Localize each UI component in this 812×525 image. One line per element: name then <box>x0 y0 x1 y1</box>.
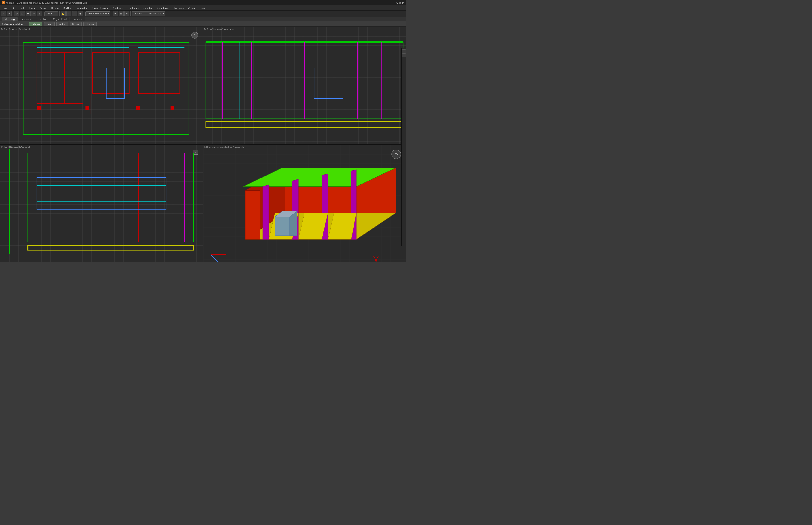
ribbon-tab-freeform[interactable]: Freeform <box>18 17 34 21</box>
main-layout: [+] [Top] [Standard] [Wireframe] T <box>0 27 406 262</box>
svg-rect-32 <box>28 153 194 242</box>
create-sel-chevron-icon: ▾ <box>108 12 109 15</box>
viewport-top-svg <box>0 27 203 145</box>
svg-rect-39 <box>28 245 194 250</box>
select-region-button[interactable]: ⬚ <box>20 11 25 16</box>
menu-group[interactable]: Group <box>27 6 38 10</box>
ribbon-tabs: Modeling Freeform Selection Object Paint… <box>0 17 406 21</box>
view-chevron-icon: ▾ <box>51 12 52 15</box>
ribbon-tab-selection[interactable]: Selection <box>34 17 50 21</box>
right-panel: + S <box>402 48 406 245</box>
ribbon-sep <box>26 22 27 26</box>
select-button[interactable]: ⊹ <box>14 11 19 16</box>
menu-file[interactable]: File <box>1 6 9 10</box>
view-dropdown[interactable]: View ▾ <box>45 11 58 16</box>
ribbon-vertex-btn[interactable]: Vertex <box>56 22 68 26</box>
view-label: View <box>46 12 51 15</box>
menu-tools[interactable]: Tools <box>18 6 27 10</box>
scale-button[interactable]: ⊡ <box>37 11 42 16</box>
menu-graph-editors[interactable]: Graph Editors <box>91 6 110 10</box>
menu-bar: File Edit Tools Group Views Create Modif… <box>0 5 406 11</box>
menu-edit[interactable]: Edit <box>9 6 17 10</box>
svg-rect-56 <box>275 217 290 236</box>
ribbon-border-btn[interactable]: Border <box>70 22 82 26</box>
create-sel-label: Create Selection Se <box>87 12 107 15</box>
toolbar: ↶ ↷ ⊹ ⬚ ✛ ↻ ⊡ View ▾ 📐 ∠ ▷ ◉ Create Sele… <box>0 11 406 17</box>
right-panel-btn-1[interactable]: + <box>402 49 406 53</box>
viewports-wrapper: [+] [Top] [Standard] [Wireframe] T <box>0 27 406 262</box>
viewport-top[interactable]: [+] [Top] [Standard] [Wireframe] T <box>0 27 203 145</box>
viewport-left[interactable]: [+] [Left] [Standard] [Wireframe] ◈ <box>0 145 203 262</box>
ribbon-edge-btn[interactable]: Edge <box>44 22 54 26</box>
svg-marker-48 <box>246 190 260 239</box>
svg-rect-29 <box>314 68 343 99</box>
toolbar-separator-5 <box>111 11 112 16</box>
svg-marker-49 <box>263 185 269 239</box>
title-text: t0s.max - Autodesk 3ds Max 2023 Educatio… <box>6 1 87 4</box>
undo-button[interactable]: ↶ <box>1 11 6 16</box>
svg-rect-3 <box>138 53 180 94</box>
ribbon-title: Polygon Modeling <box>2 22 24 25</box>
menu-create[interactable]: Create <box>49 6 60 10</box>
material-button[interactable]: ◉ <box>78 11 83 16</box>
angle-snap-button[interactable]: ∠ <box>66 11 72 16</box>
svg-rect-12 <box>136 106 140 110</box>
menu-customize[interactable]: Customize <box>126 6 141 10</box>
rotate-button[interactable]: ↻ <box>31 11 36 16</box>
menu-arnold[interactable]: Arnold <box>187 6 198 10</box>
title-bar: 3 t0s.max - Autodesk 3ds Max 2023 Educat… <box>0 0 406 5</box>
viewport-perspective[interactable]: [+] [Perspective] [Standard] [Default Sh… <box>203 145 406 262</box>
menu-help[interactable]: Help <box>198 6 207 10</box>
ribbon-content: Polygon Modeling Polygon Edge Vertex Bor… <box>0 21 406 27</box>
svg-rect-2 <box>92 53 129 94</box>
path-dropdown[interactable]: C:\Users\201...3ds Max 2023 ▾ <box>132 11 166 16</box>
svg-rect-30 <box>206 121 404 127</box>
sign-in-button[interactable]: Sign In <box>396 1 404 4</box>
snap-button[interactable]: 📐 <box>61 11 66 16</box>
redo-button[interactable]: ↷ <box>6 11 12 16</box>
toolbar-separator-4 <box>84 11 84 16</box>
ribbon-element-btn[interactable]: Element <box>83 22 97 26</box>
ribbon-tab-modeling[interactable]: Modeling <box>2 17 18 21</box>
object-props-button[interactable]: ≡ <box>124 11 129 16</box>
viewport-left-svg <box>0 145 203 262</box>
svg-rect-10 <box>171 106 174 110</box>
ribbon-tab-populate[interactable]: Populate <box>70 17 85 21</box>
menu-civil-view[interactable]: Civil View <box>172 6 186 10</box>
ribbon-tab-object-paint[interactable]: Object Paint <box>50 17 69 21</box>
layers-button[interactable]: ☰ <box>113 11 118 16</box>
svg-rect-11 <box>37 106 41 110</box>
scene-button[interactable]: ⊞ <box>119 11 124 16</box>
ribbon-polygon-btn[interactable]: Polygon <box>29 22 43 26</box>
menu-views[interactable]: Views <box>38 6 49 10</box>
app-icon: 3 <box>2 1 5 4</box>
perspective-3d-svg <box>203 145 406 262</box>
toolbar-separator-3 <box>59 11 60 16</box>
create-selection-button[interactable]: Create Selection Se ▾ <box>85 11 110 16</box>
path-label: C:\Users\201...3ds Max 2023 <box>133 12 162 15</box>
render-button[interactable]: ▷ <box>72 11 77 16</box>
right-panel-btn-2[interactable]: S <box>402 54 406 57</box>
svg-line-61 <box>211 255 218 262</box>
svg-rect-1 <box>37 53 83 104</box>
move-button[interactable]: ✛ <box>26 11 31 16</box>
menu-scripting[interactable]: Scripting <box>142 6 155 10</box>
svg-rect-6 <box>106 68 125 99</box>
path-chevron-icon: ▾ <box>163 12 164 15</box>
svg-rect-35 <box>37 177 166 210</box>
menu-animation[interactable]: Animation <box>75 6 90 10</box>
svg-rect-9 <box>85 106 89 110</box>
toolbar-separator-6 <box>130 11 131 16</box>
menu-rendering[interactable]: Rendering <box>110 6 125 10</box>
menu-modifiers[interactable]: Modifiers <box>61 6 75 10</box>
viewport-front-svg <box>203 27 406 145</box>
viewport-front[interactable]: [+] [Front] [Standard] [Wireframe] <box>203 27 406 145</box>
menu-substance[interactable]: Substance <box>156 6 171 10</box>
